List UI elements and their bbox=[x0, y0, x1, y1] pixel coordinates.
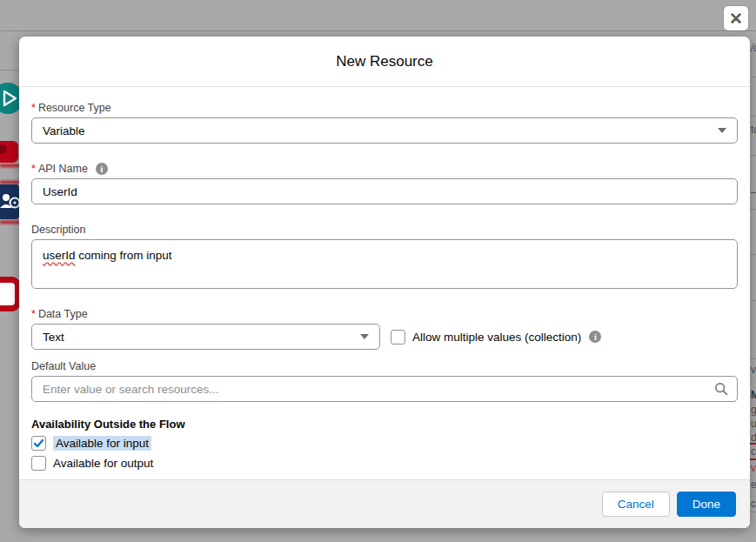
resource-type-select[interactable]: Variable bbox=[31, 117, 738, 144]
bg-text-fragment: ct bbox=[751, 445, 756, 458]
allow-multiple-label[interactable]: Allow multiple values (collection) bbox=[412, 331, 581, 344]
done-button[interactable]: Done bbox=[677, 492, 736, 517]
required-asterisk: * bbox=[31, 102, 36, 114]
available-for-output-label[interactable]: Available for output bbox=[53, 457, 153, 470]
available-for-input-label[interactable]: Available for input bbox=[53, 436, 151, 451]
modal-body: * Resource Type Variable * API Name i De… bbox=[19, 87, 750, 479]
cancel-button[interactable]: Cancel bbox=[602, 492, 670, 517]
search-icon bbox=[714, 382, 728, 399]
default-value-label-text: Default Value bbox=[31, 360, 96, 372]
bg-text-fragment: d bbox=[751, 432, 756, 444]
bg-line bbox=[750, 155, 756, 156]
data-type-select[interactable]: Text bbox=[31, 324, 380, 350]
api-name-label: * API Name i bbox=[31, 163, 738, 175]
bg-text-fragment: _t bbox=[751, 181, 756, 193]
bg-red-underline bbox=[750, 458, 756, 460]
resource-type-label-text: Resource Type bbox=[38, 102, 111, 114]
bg-text-fragment: M bbox=[751, 389, 756, 401]
available-for-output-checkbox[interactable] bbox=[31, 456, 46, 471]
bg-text-fragment: to bbox=[751, 124, 756, 136]
data-type-label: * Data Type bbox=[31, 308, 738, 320]
error-glow bbox=[0, 221, 20, 224]
misspelled-word: userId bbox=[43, 249, 76, 262]
flow-action-icon bbox=[0, 184, 19, 219]
bg-text-fragment: ch bbox=[751, 498, 756, 510]
new-resource-modal: New Resource * Resource Type Variable * … bbox=[19, 37, 750, 528]
bg-text-fragment: v bbox=[751, 364, 756, 376]
close-button[interactable]: ✕ bbox=[724, 6, 748, 30]
resource-type-value: Variable bbox=[43, 124, 85, 137]
screen: /o to _t v M g ul d ct v. e ch ✕ New Res… bbox=[0, 0, 756, 542]
available-for-input-checkbox[interactable] bbox=[31, 436, 46, 451]
badge-dot-icon bbox=[0, 144, 7, 154]
flow-error-badge-icon bbox=[0, 141, 18, 163]
required-asterisk: * bbox=[31, 308, 36, 320]
bg-text-fragment: e bbox=[751, 478, 756, 491]
api-name-label-text: API Name bbox=[38, 163, 88, 175]
bg-line bbox=[750, 300, 756, 301]
description-text: coming from input bbox=[76, 249, 172, 262]
close-icon: ✕ bbox=[729, 10, 743, 27]
bg-line bbox=[750, 77, 756, 77]
modal-header: New Resource bbox=[19, 37, 750, 87]
bg-line bbox=[750, 254, 756, 255]
error-glow bbox=[0, 181, 20, 184]
error-glow bbox=[0, 164, 20, 167]
availability-heading: Availability Outside the Flow bbox=[31, 418, 738, 431]
info-icon[interactable]: i bbox=[589, 331, 601, 343]
bg-line bbox=[750, 116, 756, 117]
bg-line bbox=[750, 358, 756, 359]
required-asterisk: * bbox=[31, 163, 36, 175]
default-value-input[interactable] bbox=[31, 376, 738, 402]
description-textarea[interactable]: userId coming from input bbox=[31, 239, 738, 289]
info-icon[interactable]: i bbox=[96, 163, 108, 175]
bg-divider bbox=[0, 70, 19, 70]
chevron-down-icon bbox=[718, 128, 726, 133]
resource-type-label: * Resource Type bbox=[31, 102, 738, 114]
data-type-label-text: Data Type bbox=[38, 308, 88, 320]
allow-multiple-checkbox[interactable] bbox=[391, 330, 405, 345]
modal-title: New Resource bbox=[336, 53, 433, 70]
description-label-text: Description bbox=[31, 224, 86, 236]
api-name-input[interactable] bbox=[31, 178, 738, 204]
data-type-value: Text bbox=[43, 331, 64, 344]
default-value-label: Default Value bbox=[31, 360, 738, 372]
bg-line bbox=[750, 512, 756, 512]
modal-footer: Cancel Done bbox=[19, 479, 750, 528]
chevron-down-icon bbox=[360, 334, 369, 339]
flow-element-red-icon bbox=[0, 277, 21, 311]
bg-divider bbox=[0, 30, 756, 31]
description-label: Description bbox=[31, 224, 738, 236]
bg-text-fragment: v. bbox=[751, 462, 756, 474]
bg-text-fragment: ul bbox=[751, 418, 756, 430]
bg-text-fragment: g bbox=[751, 404, 756, 416]
bg-text-fragment: /o bbox=[751, 42, 756, 54]
bg-line bbox=[750, 209, 756, 210]
